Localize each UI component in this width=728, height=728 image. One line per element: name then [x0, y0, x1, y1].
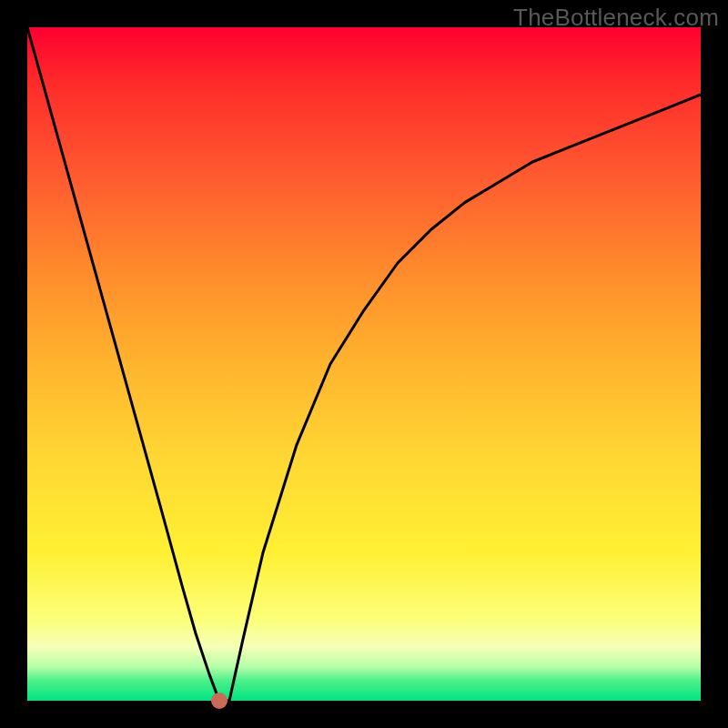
bottleneck-curve [27, 27, 701, 701]
chart-frame: TheBottleneck.com [0, 0, 728, 728]
plot-area [27, 27, 701, 701]
optimum-marker-dot [211, 693, 228, 709]
